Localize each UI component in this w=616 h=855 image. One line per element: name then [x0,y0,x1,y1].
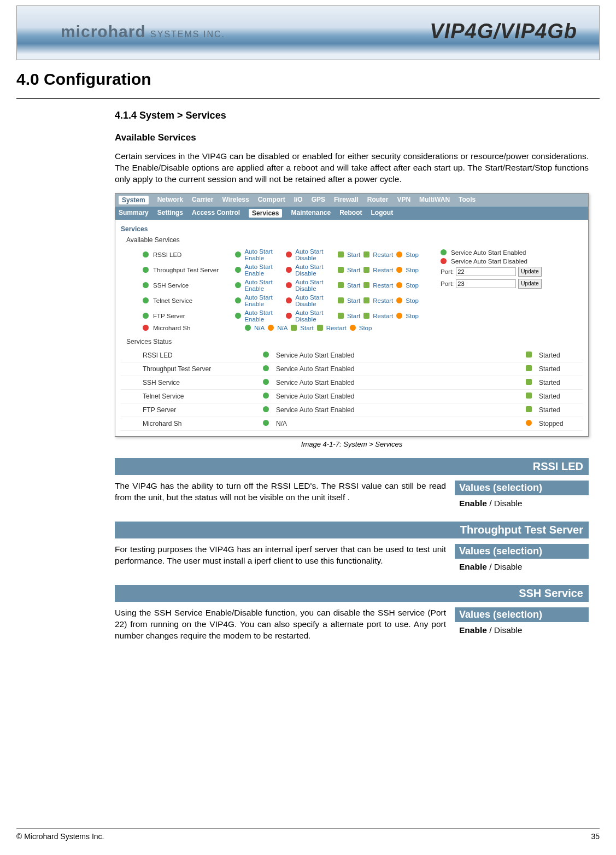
restart-link[interactable]: Restart [373,297,393,304]
auto-start-disable-link[interactable]: Auto Start Disable [295,248,335,261]
main-tab[interactable]: GPS [312,196,325,204]
restart-link[interactable]: Restart [373,267,393,273]
check-icon [263,393,269,399]
main-tab[interactable]: Carrier [192,196,213,204]
main-tab[interactable]: Network [157,196,183,204]
service-name: Throughput Test Server [153,267,231,273]
sub-tab[interactable]: Reboot [339,209,362,218]
status-text: Service Auto Start Enabled [276,393,526,400]
auto-start-enable-link[interactable]: Auto Start Enable [244,279,283,292]
company-logo: microhard SYSTEMS INC. [61,22,225,41]
auto-start-enable-link[interactable]: Auto Start Enable [244,248,283,261]
restart-link[interactable]: Restart [326,325,347,331]
auto-start-disable-link[interactable]: Auto Start Disable [295,294,335,307]
service-list: RSSI LEDAuto Start EnableAuto Start Disa… [121,247,419,332]
panel-title: Services [121,225,583,233]
start-link[interactable]: Start [347,267,360,273]
auto-start-disable-link[interactable]: Auto Start Disable [295,309,335,323]
status-icon [143,267,149,273]
stop-link[interactable]: Stop [406,297,419,304]
stop-link[interactable]: Stop [406,313,419,319]
values-options: Enable / Disable [455,559,589,575]
main-tab[interactable]: VPN [397,196,410,204]
main-tab[interactable]: I/O [294,196,303,204]
start-link[interactable]: Start [300,325,313,331]
service-name: Microhard Sh [153,325,240,331]
start-link[interactable]: Start [347,251,360,258]
setting-description: For testing purposes the VIP4G has an in… [115,544,446,575]
status-row: SSH ServiceService Auto Start EnabledSta… [121,376,583,390]
auto-start-enable-link[interactable]: Auto Start Enable [244,294,283,307]
main-tab[interactable]: Tools [459,196,476,204]
update-button[interactable]: Update [518,267,541,277]
state-text: Started [539,393,583,400]
auto-start-enable-link[interactable]: Auto Start Enable [244,263,283,277]
port-label: Port: [441,280,454,287]
state-text: Stopped [539,420,583,428]
main-tab[interactable]: Firewall [334,196,359,204]
legend-panel: Service Auto Start Enabled Service Auto … [441,247,583,332]
sub-tab[interactable]: Access Control [192,209,240,218]
port-input-ssh[interactable] [456,267,516,276]
status-row: Microhard ShN/AStopped [121,417,583,431]
sub-tab[interactable]: Logout [371,209,393,218]
enable-icon [235,267,241,273]
start-link[interactable]: Start [347,282,360,289]
auto-start-disable-link[interactable]: Auto Start Disable [295,279,335,292]
start-icon [338,282,344,288]
restart-link[interactable]: Restart [373,313,393,319]
start-link[interactable]: Start [347,313,360,319]
main-tab[interactable]: MultiWAN [419,196,450,204]
sub-tab[interactable]: Services [249,209,282,218]
status-row: Throughput Test ServerService Auto Start… [121,362,583,376]
main-tab[interactable]: System [119,196,149,204]
enable-icon [235,297,241,303]
status-name: Microhard Sh [143,420,263,428]
auto-start-disable-link[interactable]: Auto Start Disable [295,263,335,277]
restart-link[interactable]: Restart [373,251,393,258]
disable-icon [286,267,292,273]
page-footer: © Microhard Systems Inc. 35 [16,828,600,841]
main-tabs: SystemNetworkCarrierWirelessComportI/OGP… [115,194,588,207]
main-tab[interactable]: Wireless [222,196,249,204]
check-icon [263,365,269,371]
section-title: 4.1.4 System > Services [115,110,589,121]
start-link[interactable]: Start [347,297,360,304]
section-subtitle: Available Services [115,132,589,143]
auto-start-enable-link[interactable]: N/A [254,325,265,331]
stop-link[interactable]: Stop [406,267,419,273]
values-heading: Values (selection) [455,481,589,495]
state-icon [526,352,532,358]
status-table: RSSI LEDService Auto Start EnabledStarte… [121,349,583,431]
service-name: SSH Service [153,282,231,289]
stop-link[interactable]: Stop [406,282,419,289]
sub-tab[interactable]: Summary [119,209,149,218]
auto-start-enable-link[interactable]: Auto Start Enable [244,309,283,323]
restart-link[interactable]: Restart [373,282,393,289]
sub-tab[interactable]: Settings [157,209,183,218]
status-icon [143,325,149,331]
available-services-heading: Available Services [126,236,583,244]
stop-icon [396,267,402,273]
start-icon [338,313,344,319]
status-row: RSSI LEDService Auto Start EnabledStarte… [121,349,583,362]
status-name: FTP Server [143,406,263,414]
stop-link[interactable]: Stop [359,325,372,331]
values-options: Enable / Disable [455,495,589,512]
update-button[interactable]: Update [518,279,541,289]
stop-link[interactable]: Stop [406,251,419,258]
sub-tab[interactable]: Maintenance [291,209,331,218]
state-text: Started [539,365,583,373]
setting-description: Using the SSH Service Enable/Disable fun… [115,607,446,642]
main-tab[interactable]: Router [367,196,389,204]
service-row: Telnet ServiceAuto Start EnableAuto Star… [121,293,419,308]
status-name: Telnet Service [143,393,263,400]
port-input-telnet[interactable] [456,279,516,288]
auto-start-disable-link[interactable]: N/A [277,325,288,331]
start-icon [338,297,344,303]
status-icon [143,297,149,303]
setting-description: The VIP4G has the ability to turn off th… [115,481,446,512]
restart-icon [363,313,369,319]
main-tab[interactable]: Comport [258,196,285,204]
service-name: RSSI LED [153,251,231,258]
